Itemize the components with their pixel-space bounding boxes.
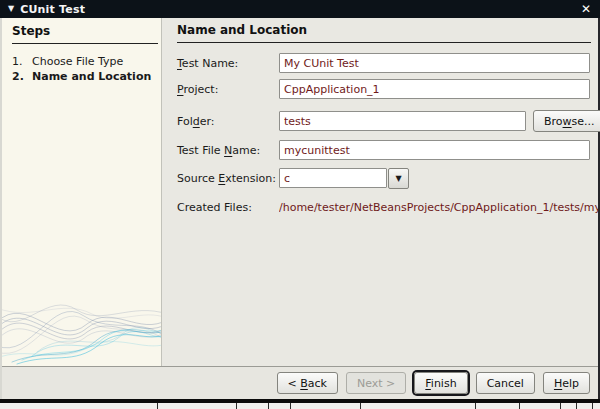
desktop-strip bbox=[0, 403, 600, 409]
background-window-artifact bbox=[519, 403, 520, 409]
project-input[interactable] bbox=[279, 79, 590, 99]
created-files-value: /home/tester/NetBeansProjects/CppApplica… bbox=[279, 201, 598, 214]
wave-graphic bbox=[2, 288, 162, 366]
screen: ▼ CUnit Test ✕ Steps 1. Choose File Type… bbox=[0, 0, 600, 409]
step-item-name-and-location: 2. Name and Location bbox=[12, 70, 151, 83]
folder-input[interactable] bbox=[279, 111, 526, 131]
cancel-button[interactable]: Cancel bbox=[476, 372, 535, 394]
test-name-input[interactable] bbox=[279, 53, 590, 73]
step-number: 2. bbox=[12, 70, 32, 83]
window-menu-icon[interactable]: ▼ bbox=[8, 5, 14, 13]
step-item-choose-file-type: 1. Choose File Type bbox=[12, 55, 123, 68]
window-titlebar: ▼ CUnit Test ✕ bbox=[0, 0, 600, 18]
background-window-artifact bbox=[560, 403, 561, 409]
help-button[interactable]: Help bbox=[543, 372, 590, 394]
test-name-label: Test Name: bbox=[177, 57, 238, 70]
step-label: Name and Location bbox=[32, 70, 151, 83]
source-extension-label: Source Extension: bbox=[177, 172, 276, 185]
steps-header-rule bbox=[12, 43, 158, 44]
form-header: Name and Location bbox=[177, 23, 307, 37]
background-window-artifact bbox=[157, 403, 158, 409]
step-label: Choose File Type bbox=[32, 55, 123, 68]
background-window-artifact bbox=[268, 403, 269, 409]
form-panel: Name and Location Test Name: Project: Fo… bbox=[163, 18, 598, 366]
wizard-button-bar: < Back Next > Finish Cancel Help bbox=[2, 366, 598, 399]
folder-label: Folder: bbox=[177, 115, 215, 128]
step-number: 1. bbox=[12, 55, 32, 68]
close-icon[interactable]: ✕ bbox=[578, 1, 594, 17]
project-label: Project: bbox=[177, 83, 218, 96]
background-window-artifact bbox=[576, 403, 577, 409]
background-window-artifact bbox=[236, 403, 237, 409]
background-window-artifact bbox=[475, 403, 476, 409]
created-files-label: Created Files: bbox=[177, 201, 252, 214]
background-window-artifact bbox=[592, 403, 593, 409]
wizard-dialog: Steps 1. Choose File Type 2. Name and Lo… bbox=[0, 18, 600, 399]
next-button[interactable]: Next > bbox=[346, 372, 406, 394]
form-header-rule bbox=[177, 42, 591, 43]
steps-header: Steps bbox=[12, 24, 50, 38]
background-window-artifact bbox=[360, 403, 361, 409]
background-window-artifact bbox=[290, 403, 291, 409]
back-button[interactable]: < Back bbox=[277, 372, 338, 394]
window-title: CUnit Test bbox=[20, 3, 85, 16]
finish-button[interactable]: Finish bbox=[414, 372, 467, 394]
browse-button[interactable]: Browse... bbox=[533, 110, 600, 132]
steps-panel: Steps 1. Choose File Type 2. Name and Lo… bbox=[2, 18, 162, 366]
test-file-name-label: Test File Name: bbox=[177, 144, 260, 157]
combo-dropdown-arrow-icon[interactable]: ▼ bbox=[388, 168, 409, 189]
test-file-name-input[interactable] bbox=[279, 140, 590, 160]
source-extension-combo-input[interactable] bbox=[279, 168, 387, 188]
